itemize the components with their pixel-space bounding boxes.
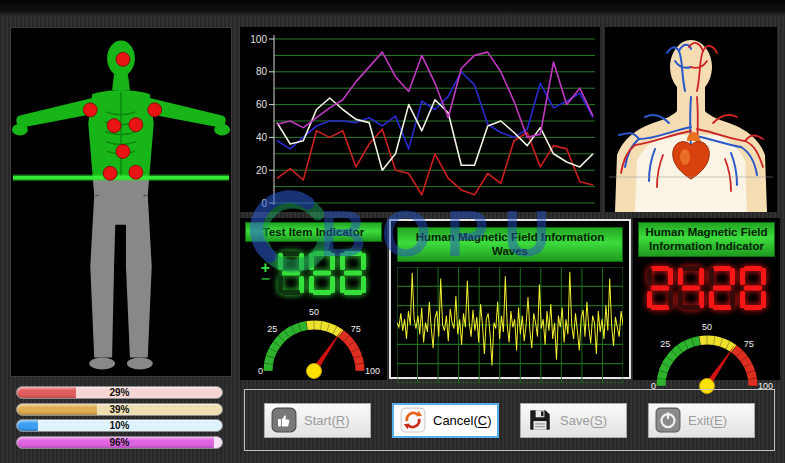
svg-text:0: 0 bbox=[257, 366, 262, 376]
body-scan-panel bbox=[10, 27, 232, 377]
button-label: Start(R) bbox=[304, 413, 350, 428]
svg-text:100: 100 bbox=[250, 34, 267, 45]
vital-trend-chart: 020406080100 bbox=[240, 27, 600, 212]
magnetic-waves-panel: Human Magnetic Field Information Waves bbox=[389, 219, 631, 379]
circulatory-system-illustration bbox=[605, 27, 777, 212]
test-item-column: Test Item Indicator + − 0255075100 bbox=[240, 218, 387, 380]
analyzer-window: 020406080100 bbox=[0, 0, 785, 463]
line-chart-panel: 020406080100 bbox=[240, 27, 600, 212]
anatomy-panel bbox=[605, 27, 777, 212]
test-item-title: Test Item Indicator bbox=[263, 226, 364, 238]
svg-text:80: 80 bbox=[256, 66, 268, 77]
svg-text:100: 100 bbox=[365, 366, 380, 376]
svg-text:0: 0 bbox=[261, 198, 267, 209]
svg-text:25: 25 bbox=[660, 339, 670, 349]
progress-bar: 96% bbox=[16, 436, 223, 449]
svg-text:25: 25 bbox=[267, 325, 277, 335]
svg-text:20: 20 bbox=[256, 165, 268, 176]
waves-title: Human Magnetic Field Information Waves bbox=[416, 231, 604, 257]
button-label: Save(S) bbox=[560, 413, 607, 428]
progress-bar-label: 39% bbox=[17, 404, 222, 416]
window-top-band bbox=[0, 0, 785, 15]
progress-bar-label: 96% bbox=[17, 437, 222, 449]
thumbs-up-icon bbox=[271, 407, 297, 433]
exit-button[interactable]: Exit(E) bbox=[648, 403, 755, 438]
minus-sign: − bbox=[261, 272, 270, 285]
waves-banner: Human Magnetic Field Information Waves bbox=[397, 227, 623, 262]
test-item-gauge: 0255075100 bbox=[244, 295, 384, 391]
body-figure bbox=[11, 28, 231, 376]
button-label: Exit(E) bbox=[688, 413, 727, 428]
cancel-button[interactable]: Cancel(C) bbox=[392, 403, 499, 438]
button-label: Cancel(C) bbox=[433, 413, 492, 428]
plus-minus-sign: + − bbox=[261, 251, 270, 295]
svg-text:60: 60 bbox=[256, 99, 268, 110]
hmf-indicator-column: Human Magnetic Field Information Indicat… bbox=[633, 218, 780, 380]
progress-bar-label: 10% bbox=[17, 420, 222, 432]
svg-text:50: 50 bbox=[308, 307, 318, 317]
test-item-banner: Test Item Indicator bbox=[245, 222, 382, 242]
progress-bar: 29% bbox=[16, 386, 223, 399]
svg-text:50: 50 bbox=[701, 322, 711, 332]
test-item-value-digits bbox=[278, 251, 366, 295]
hmf-title-line1: Human Magnetic Field bbox=[645, 226, 767, 238]
start-button[interactable]: Start(R) bbox=[264, 403, 371, 438]
svg-text:75: 75 bbox=[743, 339, 753, 349]
hmf-banner: Human Magnetic Field Information Indicat… bbox=[638, 222, 775, 257]
svg-text:40: 40 bbox=[256, 132, 268, 143]
floppy-disk-icon bbox=[527, 407, 553, 433]
magnetic-field-waveform bbox=[397, 267, 623, 383]
control-button-bar: Start(R) Cancel(C) Save(S) Exit(E) bbox=[244, 389, 775, 451]
hmf-value-digits bbox=[647, 266, 766, 310]
progress-bar-label: 29% bbox=[17, 387, 222, 399]
test-item-display: + − bbox=[261, 251, 366, 295]
refresh-arrows-icon bbox=[400, 407, 426, 433]
svg-text:75: 75 bbox=[350, 325, 360, 335]
power-icon bbox=[655, 407, 681, 433]
save-button[interactable]: Save(S) bbox=[520, 403, 627, 438]
hmf-title-line2: Information Indicator bbox=[649, 240, 764, 252]
progress-bar: 10% bbox=[16, 419, 223, 432]
progress-bar-stack: 29% 39% 10% 96% bbox=[16, 386, 223, 449]
progress-bar: 39% bbox=[16, 403, 223, 416]
